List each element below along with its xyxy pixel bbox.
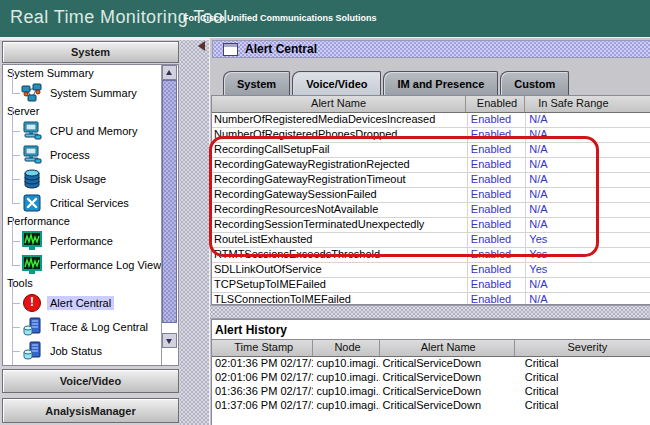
sidebar-item-label: Process <box>47 148 93 162</box>
tab-bar: SystemVoice/VideoIM and PresenceCustom <box>223 71 569 95</box>
scroll-down-icon[interactable] <box>162 333 177 348</box>
sidebar-item-label: CPU and Memory <box>47 124 140 138</box>
sidebar-item-performance[interactable]: Performance <box>3 229 162 253</box>
sidebar-item-label: Alert Central <box>47 296 114 310</box>
alert-row[interactable]: SDLLinkOutOfServiceEnabledYes <box>212 263 650 278</box>
vertical-splitter[interactable] <box>180 40 209 425</box>
enabled-cell: Enabled <box>468 173 527 188</box>
column-header-in-safe-range[interactable]: In Safe Range <box>525 96 650 112</box>
alert-name-cell: NumberOfRegisteredMediaDevicesIncreased <box>212 113 468 128</box>
enabled-cell: Enabled <box>468 293 527 305</box>
in-safe-range-cell: N/A <box>526 158 650 173</box>
panel-title: Alert Central <box>245 42 317 56</box>
alert-name-cell: RTMTSessionsExceedsThreshold <box>212 248 468 263</box>
alert-row[interactable]: RecordingGatewayRegistrationTimeoutEnabl… <box>212 173 650 188</box>
history-column-header-severity[interactable]: Severity <box>515 340 650 356</box>
node-cell: cup10.imagi... <box>313 371 379 385</box>
history-row[interactable]: 02:01:06 PM 02/17/16cup10.imagi...Critic… <box>212 371 650 385</box>
in-safe-range-cell: Yes <box>526 233 650 248</box>
alert-row[interactable]: RecordingGatewaySessionFailedEnabledN/A <box>212 188 650 203</box>
navigation-tree: System SummarySystem SummaryServerCPU an… <box>3 65 162 365</box>
severity-cell: Critical <box>515 385 650 399</box>
enabled-cell: Enabled <box>468 233 527 248</box>
sidebar-item-process[interactable]: Process <box>3 143 162 167</box>
sidebar-item-alert-central[interactable]: !Alert Central <box>3 291 162 315</box>
in-safe-range-cell: N/A <box>526 188 650 203</box>
section-button-system[interactable]: System <box>2 41 179 63</box>
alert-row[interactable]: NumberOfRegisteredPhonesDroppedEnabledN/… <box>212 128 650 143</box>
horizontal-splitter[interactable] <box>210 305 650 319</box>
column-header-enabled[interactable]: Enabled <box>466 96 525 112</box>
history-column-header-node[interactable]: Node <box>313 340 379 356</box>
tree-root-server[interactable]: Server <box>3 105 162 119</box>
window-icon <box>223 43 238 56</box>
history-row[interactable]: 02:01:36 PM 02/17/16cup10.imagi...Critic… <box>212 357 650 371</box>
tab-voice-video[interactable]: Voice/Video <box>292 71 381 95</box>
scroll-up-icon[interactable] <box>162 65 177 80</box>
severity-cell: Critical <box>515 371 650 385</box>
section-button-analysismanager[interactable]: AnalysisManager <box>2 398 179 423</box>
node-cell: cup10.imagi... <box>313 399 379 413</box>
tree-root-tools[interactable]: Tools <box>3 277 162 291</box>
enabled-cell: Enabled <box>468 113 527 128</box>
sidebar-item-label: Trace & Log Central <box>47 320 151 334</box>
sidebar-item-label: System Summary <box>47 86 140 100</box>
alert-history-panel: Alert History Time StampNodeAlert NameSe… <box>211 319 650 425</box>
main-panel: Alert Central SystemVoice/VideoIM and Pr… <box>209 38 650 425</box>
sidebar-item-trace-log-central[interactable]: Trace & Log Central <box>3 315 162 339</box>
sidebar-item-performance-log-viewer[interactable]: Performance Log Viewer <box>3 253 162 277</box>
tab-custom[interactable]: Custom <box>500 71 569 95</box>
enabled-cell: Enabled <box>468 248 527 263</box>
tree-scrollbar[interactable] <box>161 65 178 365</box>
alert-name-cell: TCPSetupToIMEFailed <box>212 278 468 293</box>
alert-row[interactable]: RecordingGatewayRegistrationRejectedEnab… <box>212 158 650 173</box>
navigation-tree-panel: System SummarySystem SummaryServerCPU an… <box>2 64 179 366</box>
scrollbar-thumb[interactable] <box>162 80 177 323</box>
history-row[interactable]: 01:36:36 PM 02/17/16cup10.imagi...Critic… <box>212 385 650 399</box>
computer-icon <box>21 121 43 141</box>
performance-icon <box>21 231 43 251</box>
tree-root-system-summary[interactable]: System Summary <box>3 67 162 81</box>
sidebar-item-label: Critical Services <box>47 196 132 210</box>
alert-history-title: Alert History <box>215 323 287 337</box>
enabled-cell: Enabled <box>468 158 527 173</box>
alert-row[interactable]: RouteListExhaustedEnabledYes <box>212 233 650 248</box>
sidebar-item-system-summary[interactable]: System Summary <box>3 81 162 105</box>
disk-icon <box>21 169 43 189</box>
app-header: Real Time Monitoring Tool For Cisco Unif… <box>0 0 650 37</box>
sidebar-item-critical-services[interactable]: Critical Services <box>3 191 162 215</box>
alert-row[interactable]: NumberOfRegisteredMediaDevicesIncreasedE… <box>212 113 650 128</box>
sidebar-item-cpu-and-memory[interactable]: CPU and Memory <box>3 119 162 143</box>
enabled-cell: Enabled <box>468 188 527 203</box>
alert-row[interactable]: TCPSetupToIMEFailedEnabledN/A <box>212 278 650 293</box>
history-row[interactable]: 01:37:06 PM 02/17/16cup10.imagi...Critic… <box>212 399 650 413</box>
sidebar-item-disk-usage[interactable]: Disk Usage <box>3 167 162 191</box>
tree-root-performance[interactable]: Performance <box>3 215 162 229</box>
in-safe-range-cell: N/A <box>526 113 650 128</box>
alert-row[interactable]: RecordingSessionTerminatedUnexpectedlyEn… <box>212 218 650 233</box>
alert-row[interactable]: RecordingCallSetupFailEnabledN/A <box>212 143 650 158</box>
tab-im-and-presence[interactable]: IM and Presence <box>383 71 498 95</box>
history-table-rows: 02:01:36 PM 02/17/16cup10.imagi...Critic… <box>212 357 650 425</box>
enabled-cell: Enabled <box>468 218 527 233</box>
alert-row[interactable]: RTMTSessionsExceedsThresholdEnabledYes <box>212 248 650 263</box>
alert-row[interactable]: TLSConnectionToIMEFailedEnabledN/A <box>212 293 650 305</box>
enabled-cell: Enabled <box>468 263 527 278</box>
tab-system[interactable]: System <box>223 71 290 95</box>
node-cell: cup10.imagi... <box>313 357 379 371</box>
sidebar-item-item[interactable] <box>3 363 162 365</box>
alert-name-cell: CriticalServiceDown <box>380 357 515 371</box>
alert-name-cell: NumberOfRegisteredPhonesDropped <box>212 128 468 143</box>
enabled-cell: Enabled <box>468 203 527 218</box>
alert-name-cell: RecordingResourcesNotAvailable <box>212 203 468 218</box>
history-column-header-time-stamp[interactable]: Time Stamp <box>212 340 313 356</box>
collapse-left-icon[interactable] <box>198 41 205 51</box>
log-icon <box>21 341 43 361</box>
column-header-alert-name[interactable]: Alert Name <box>212 96 466 112</box>
history-column-header-alert-name[interactable]: Alert Name <box>380 340 515 356</box>
timestamp-cell: 02:01:06 PM 02/17/16 <box>212 371 313 385</box>
sidebar-item-job-status[interactable]: Job Status <box>3 339 162 363</box>
app-subtitle: For Cisco Unified Communications Solutio… <box>183 13 377 23</box>
alert-row[interactable]: RecordingResourcesNotAvailableEnabledN/A <box>212 203 650 218</box>
section-button-voice-video[interactable]: Voice/Video <box>2 369 179 393</box>
